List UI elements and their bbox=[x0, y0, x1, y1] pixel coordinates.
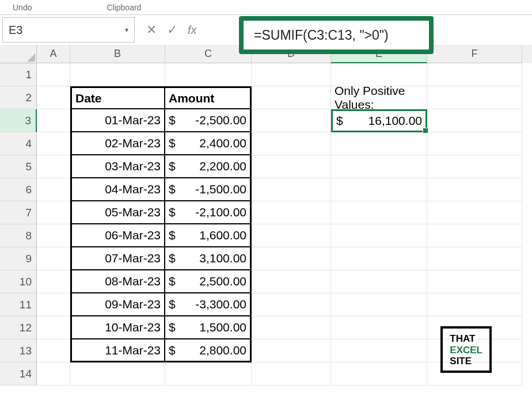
formula-input[interactable]: =SUMIF(C3:C13, ">0") bbox=[239, 16, 434, 54]
row-header-8[interactable]: 8 bbox=[0, 224, 37, 247]
cell-B12[interactable]: 10-Mar-23 bbox=[70, 316, 165, 339]
cell-A8[interactable] bbox=[37, 224, 70, 247]
cell-C1[interactable] bbox=[165, 63, 252, 86]
cell-E13[interactable] bbox=[331, 339, 427, 362]
cell-D3[interactable] bbox=[252, 109, 331, 132]
cell-E4[interactable] bbox=[331, 132, 427, 155]
cell-D10[interactable] bbox=[252, 270, 331, 293]
enter-icon[interactable]: ✓ bbox=[167, 22, 177, 37]
cell-E5[interactable] bbox=[331, 155, 427, 178]
cell-B10[interactable]: 08-Mar-23 bbox=[70, 270, 165, 293]
cell-B6[interactable]: 04-Mar-23 bbox=[70, 178, 165, 201]
cell-E3[interactable]: $16,100.00 bbox=[331, 109, 427, 132]
cell-E8[interactable] bbox=[331, 224, 427, 247]
cell-B4[interactable]: 02-Mar-23 bbox=[70, 132, 165, 155]
row-header-12[interactable]: 12 bbox=[0, 316, 37, 339]
cell-D11[interactable] bbox=[252, 293, 331, 316]
cell-C3[interactable]: $-2,500.00 bbox=[165, 109, 252, 132]
cell-E12[interactable] bbox=[331, 316, 427, 339]
cell-E14[interactable] bbox=[331, 362, 427, 385]
spreadsheet-grid[interactable]: ABCDEF 12DateAmountOnly Positive Values:… bbox=[0, 45, 532, 385]
row-header-6[interactable]: 6 bbox=[0, 178, 37, 201]
row-header-11[interactable]: 11 bbox=[0, 293, 37, 316]
cell-C11[interactable]: $-3,300.00 bbox=[165, 293, 252, 316]
fx-icon[interactable]: fx bbox=[188, 24, 197, 37]
cell-D14[interactable] bbox=[252, 362, 331, 385]
cell-E2[interactable]: Only Positive Values: bbox=[331, 86, 427, 109]
cell-C13[interactable]: $2,800.00 bbox=[165, 339, 252, 362]
cell-B3[interactable]: 01-Mar-23 bbox=[70, 109, 165, 132]
cell-C8[interactable]: $1,600.00 bbox=[165, 224, 252, 247]
cell-C6[interactable]: $-1,500.00 bbox=[165, 178, 252, 201]
cell-F8[interactable] bbox=[427, 224, 522, 247]
cell-E9[interactable] bbox=[331, 247, 427, 270]
cell-E6[interactable] bbox=[331, 178, 427, 201]
cell-C9[interactable]: $3,100.00 bbox=[165, 247, 252, 270]
cell-E1[interactable] bbox=[331, 63, 427, 86]
select-all-corner[interactable] bbox=[0, 45, 37, 63]
cell-F6[interactable] bbox=[427, 178, 522, 201]
cell-A7[interactable] bbox=[37, 201, 70, 224]
cell-F5[interactable] bbox=[427, 155, 522, 178]
cell-E11[interactable] bbox=[331, 293, 427, 316]
cell-A3[interactable] bbox=[37, 109, 70, 132]
cell-C5[interactable]: $2,200.00 bbox=[165, 155, 252, 178]
cell-A2[interactable] bbox=[37, 86, 70, 109]
cell-C10[interactable]: $2,500.00 bbox=[165, 270, 252, 293]
cell-F1[interactable] bbox=[427, 63, 522, 86]
cell-A13[interactable] bbox=[37, 339, 70, 362]
cell-D12[interactable] bbox=[252, 316, 331, 339]
cell-A11[interactable] bbox=[37, 293, 70, 316]
cell-B11[interactable]: 09-Mar-23 bbox=[70, 293, 165, 316]
cell-F9[interactable] bbox=[427, 247, 522, 270]
cell-A6[interactable] bbox=[37, 178, 70, 201]
cell-C7[interactable]: $-2,100.00 bbox=[165, 201, 252, 224]
column-header-A[interactable]: A bbox=[37, 45, 70, 63]
cell-A10[interactable] bbox=[37, 270, 70, 293]
cell-F3[interactable] bbox=[427, 109, 522, 132]
cell-C2[interactable]: Amount bbox=[165, 86, 252, 109]
chevron-down-icon[interactable]: ▾ bbox=[125, 26, 128, 34]
cell-B5[interactable]: 03-Mar-23 bbox=[70, 155, 165, 178]
name-box[interactable]: E3 ▾ bbox=[2, 17, 135, 43]
cell-D7[interactable] bbox=[252, 201, 331, 224]
row-header-9[interactable]: 9 bbox=[0, 247, 37, 270]
cell-A9[interactable] bbox=[37, 247, 70, 270]
row-header-2[interactable]: 2 bbox=[0, 86, 37, 109]
cell-D5[interactable] bbox=[252, 155, 331, 178]
cell-D2[interactable] bbox=[252, 86, 331, 109]
cell-A4[interactable] bbox=[37, 132, 70, 155]
cell-A14[interactable] bbox=[37, 362, 70, 385]
cell-F4[interactable] bbox=[427, 132, 522, 155]
cell-F7[interactable] bbox=[427, 201, 522, 224]
cell-F11[interactable] bbox=[427, 293, 522, 316]
row-header-7[interactable]: 7 bbox=[0, 201, 37, 224]
cell-C4[interactable]: $2,400.00 bbox=[165, 132, 252, 155]
cell-E10[interactable] bbox=[331, 270, 427, 293]
cell-D8[interactable] bbox=[252, 224, 331, 247]
column-header-B[interactable]: B bbox=[70, 45, 165, 63]
cell-E7[interactable] bbox=[331, 201, 427, 224]
cell-B2[interactable]: Date bbox=[70, 86, 165, 109]
cell-D1[interactable] bbox=[252, 63, 331, 86]
cell-B13[interactable]: 11-Mar-23 bbox=[70, 339, 165, 362]
cancel-icon[interactable]: ✕ bbox=[146, 22, 157, 37]
cell-B1[interactable] bbox=[70, 63, 165, 86]
cell-A1[interactable] bbox=[37, 63, 70, 86]
column-header-F[interactable]: F bbox=[427, 45, 522, 63]
cell-C12[interactable]: $1,500.00 bbox=[165, 316, 252, 339]
row-header-4[interactable]: 4 bbox=[0, 132, 37, 155]
cell-C14[interactable] bbox=[165, 362, 252, 385]
row-header-14[interactable]: 14 bbox=[0, 362, 37, 385]
cell-D13[interactable] bbox=[252, 339, 331, 362]
cell-B14[interactable] bbox=[70, 362, 165, 385]
cell-F10[interactable] bbox=[427, 270, 522, 293]
cell-F2[interactable] bbox=[427, 86, 522, 109]
cell-B7[interactable]: 05-Mar-23 bbox=[70, 201, 165, 224]
cell-D6[interactable] bbox=[252, 178, 331, 201]
cell-D9[interactable] bbox=[252, 247, 331, 270]
row-header-5[interactable]: 5 bbox=[0, 155, 37, 178]
row-header-13[interactable]: 13 bbox=[0, 339, 37, 362]
row-header-3[interactable]: 3 bbox=[0, 109, 37, 132]
cell-B8[interactable]: 06-Mar-23 bbox=[70, 224, 165, 247]
